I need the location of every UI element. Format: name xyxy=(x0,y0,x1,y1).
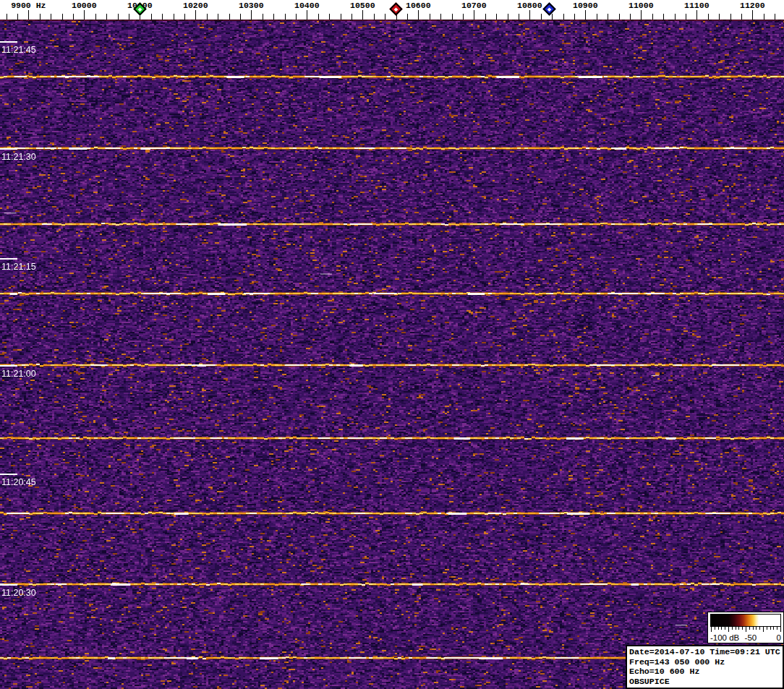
colorbar-tick xyxy=(725,627,725,630)
ruler-tick xyxy=(84,10,85,20)
ruler-tick xyxy=(73,14,74,20)
ruler-tick xyxy=(329,14,330,20)
ruler-tick xyxy=(229,14,230,20)
ruler-tick xyxy=(307,10,307,20)
ruler-tick xyxy=(708,14,709,20)
ruler-tick xyxy=(463,14,464,20)
ruler-tick xyxy=(719,14,720,20)
ruler-frequency-label: 11200 xyxy=(740,1,765,10)
marker-red-diamond-icon[interactable] xyxy=(389,2,402,15)
ruler-frequency-label: 10200 xyxy=(183,1,208,10)
colorbar-tick xyxy=(763,627,764,632)
colorbar-tick xyxy=(736,627,736,630)
colorbar-tick xyxy=(728,627,729,632)
colorbar-tick xyxy=(759,627,760,630)
colorbar-tick xyxy=(777,627,777,630)
ruler-tick xyxy=(318,14,319,20)
ruler-tick xyxy=(174,14,174,20)
ruler-tick xyxy=(151,14,152,20)
colorbar-tick xyxy=(718,627,719,630)
ruler-tick xyxy=(563,14,564,20)
colorbar-label-min: -100 dB xyxy=(710,633,739,642)
time-label: 11:21:00 xyxy=(1,369,36,379)
colorbar-tick xyxy=(711,627,712,632)
ruler-tick xyxy=(519,14,519,20)
ruler-tick xyxy=(207,14,208,20)
colorbar-tick xyxy=(749,627,750,630)
ruler-tick xyxy=(663,14,664,20)
ruler-tick xyxy=(741,14,742,20)
ruler-tick xyxy=(430,14,430,20)
ruler-tick xyxy=(17,14,18,20)
waterfall-display: 9900 Hz100001010010200103001040010500106… xyxy=(0,0,784,689)
colorbar-label-mid: -50 xyxy=(745,633,757,642)
ruler-tick xyxy=(418,10,419,20)
colorbar-tick xyxy=(773,627,774,630)
ruler-tick xyxy=(474,10,474,20)
colorbar-tick xyxy=(770,627,771,630)
info-station-name: OBSUPICE xyxy=(629,677,780,687)
ruler-tick xyxy=(7,14,7,20)
ruler-tick xyxy=(440,14,441,20)
ruler-tick xyxy=(95,14,96,20)
status-info-box: Date=2014-07-10 Time=09:21 UTC Freq=143 … xyxy=(626,645,784,689)
time-tick xyxy=(0,584,17,586)
ruler-tick xyxy=(764,14,764,20)
ruler-tick xyxy=(51,14,51,20)
ruler-frequency-label: 11000 xyxy=(629,1,654,10)
time-tick xyxy=(0,41,17,43)
spectrogram-waterfall[interactable] xyxy=(0,20,784,689)
ruler-tick xyxy=(62,14,63,20)
ruler-frequency-label: 11100 xyxy=(684,1,710,10)
colorbar-label-max: 0 xyxy=(777,633,781,642)
ruler-tick xyxy=(496,14,497,20)
colorbar-tick xyxy=(767,627,767,630)
ruler-tick xyxy=(541,14,542,20)
ruler-frequency-label: 10500 xyxy=(350,1,375,10)
colorbar-tick xyxy=(732,627,733,630)
marker-center-dot xyxy=(394,7,399,12)
ruler-tick xyxy=(696,10,697,20)
ruler-tick xyxy=(40,14,41,20)
colorbar-tick xyxy=(738,627,739,630)
time-tick xyxy=(0,258,17,260)
ruler-frequency-label: 10000 xyxy=(72,1,97,10)
frequency-ruler[interactable]: 9900 Hz100001010010200103001040010500106… xyxy=(0,0,784,20)
ruler-tick xyxy=(240,14,241,20)
ruler-tick xyxy=(552,14,553,20)
ruler-frequency-label: 10400 xyxy=(294,1,320,10)
ruler-tick xyxy=(652,14,653,20)
ruler-frequency-label: 10900 xyxy=(573,1,598,10)
info-frequency: Freq=143 050 000 Hz xyxy=(629,657,780,667)
colorbar-tick xyxy=(756,627,757,630)
ruler-tick xyxy=(597,14,597,20)
ruler-tick xyxy=(508,14,508,20)
ruler-tick xyxy=(585,10,586,20)
marker-blue-diamond-icon[interactable] xyxy=(542,2,555,15)
ruler-tick xyxy=(730,14,731,20)
ruler-tick xyxy=(263,14,263,20)
ruler-frequency-label: 10700 xyxy=(461,1,487,10)
ruler-frequency-label: 10800 xyxy=(517,1,542,10)
colorbar-tick xyxy=(753,627,754,630)
time-tick xyxy=(0,474,17,475)
time-tick xyxy=(0,365,17,367)
marker-center-dot xyxy=(137,7,142,12)
ruler-frequency-label: 9900 Hz xyxy=(11,1,46,10)
time-label: 11:21:15 xyxy=(1,262,36,272)
ruler-tick xyxy=(385,14,385,20)
ruler-tick xyxy=(608,14,608,20)
ruler-tick xyxy=(218,14,218,20)
colorbar-gradient xyxy=(710,614,781,627)
ruler-tick xyxy=(529,10,530,20)
ruler-tick xyxy=(630,14,631,20)
ruler-tick xyxy=(574,14,575,20)
ruler-tick xyxy=(129,14,129,20)
colorbar-ticks xyxy=(711,627,780,633)
time-label: 11:20:30 xyxy=(1,588,36,598)
ruler-tick xyxy=(273,14,274,20)
info-echo-frequency: Echo=10 600 Hz xyxy=(629,667,780,677)
colorbar-tick xyxy=(780,627,781,632)
marker-center-dot xyxy=(547,7,551,12)
ruler-tick xyxy=(619,14,620,20)
